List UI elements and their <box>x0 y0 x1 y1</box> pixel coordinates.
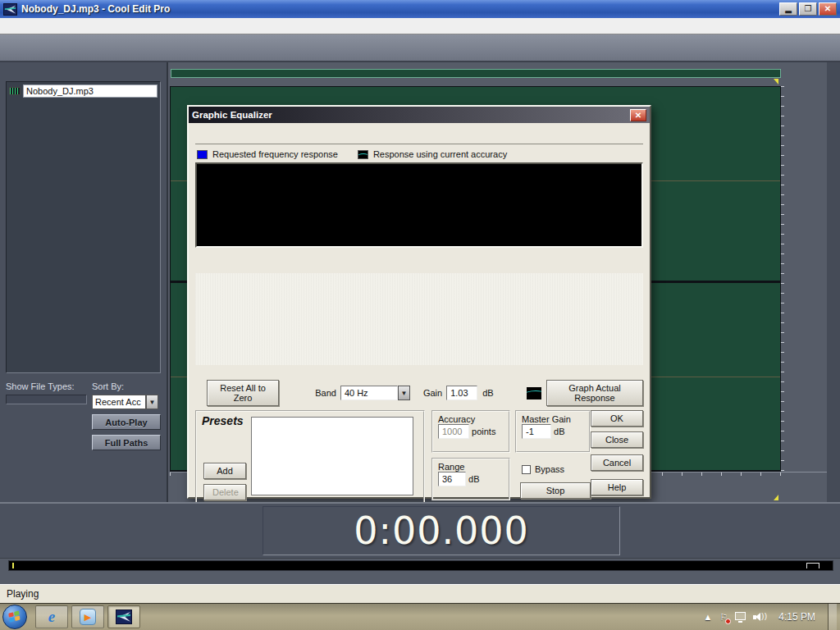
waveform-file-icon <box>9 87 21 95</box>
windows-flag-icon <box>8 610 21 623</box>
amplitude-ruler[interactable] <box>781 86 827 472</box>
status-bar: Playing <box>0 584 840 603</box>
presets-label: Presets <box>202 414 244 427</box>
action-center-icon[interactable]: ⚐ <box>719 612 728 623</box>
close-dialog-button[interactable]: Close <box>591 431 643 448</box>
requested-response-swatch <box>197 150 208 159</box>
taskbar-cool-edit-pro[interactable] <box>107 605 140 628</box>
help-button[interactable]: Help <box>591 479 643 495</box>
windows-taskbar: e ▶ ▲ ⚐ ) ) 4:15 PM <box>0 603 840 630</box>
eq-legend: Requested frequency response Response us… <box>197 148 643 161</box>
stop-button[interactable]: Stop <box>520 482 591 499</box>
requested-response-label: Requested frequency response <box>212 149 338 159</box>
window-title: Nobody_DJ.mp3 - Cool Edit Pro <box>21 3 170 15</box>
volume-icon[interactable]: ) ) <box>753 612 766 623</box>
eq-slider-zone <box>195 273 643 365</box>
boundary-marker-top[interactable] <box>774 79 778 84</box>
network-icon[interactable] <box>735 612 746 620</box>
range-input[interactable]: 36 <box>438 472 466 486</box>
meter-bar[interactable] <box>8 560 833 571</box>
gain-label: Gain <box>423 388 442 398</box>
master-gain-input[interactable]: -1 <box>522 424 551 439</box>
gain-unit: dB <box>482 388 493 398</box>
band-select[interactable]: 40 Hz ▼ <box>340 386 410 400</box>
show-hidden-icons[interactable]: ▲ <box>704 612 713 622</box>
dialog-buttons: OK Close Cancel Help <box>591 410 643 500</box>
playback-status: Playing <box>0 588 39 600</box>
dialog-title: Graphic Equalizer <box>192 110 272 120</box>
main-toolbar <box>0 34 840 62</box>
add-preset-button[interactable]: Add <box>203 463 246 479</box>
master-gain-unit: dB <box>554 427 564 436</box>
close-button[interactable]: ✕ <box>819 2 837 16</box>
actual-response-swatch <box>358 150 368 159</box>
taskbar-media-player[interactable]: ▶ <box>71 605 104 628</box>
response-curve-icon <box>527 387 541 399</box>
file-list[interactable]: Nobody_DJ.mp3 <box>6 81 161 373</box>
right-edge-panel <box>827 62 840 502</box>
full-paths-button[interactable]: Full Paths <box>92 435 161 450</box>
menu-bar <box>0 18 840 34</box>
show-desktop-button[interactable] <box>828 604 837 630</box>
accuracy-group: Accuracy 1000 points <box>431 410 510 453</box>
overview-bar[interactable] <box>171 69 781 78</box>
show-file-types-section: Show File Types: Sort By: Recent Acc ▼ A… <box>6 381 161 450</box>
reset-all-button[interactable]: Reset All to Zero <box>207 380 279 406</box>
current-time: 0:00.000 <box>354 509 529 553</box>
media-player-icon: ▶ <box>80 609 96 625</box>
ok-button[interactable]: OK <box>591 410 643 427</box>
bypass-checkbox[interactable]: Bypass <box>522 464 564 474</box>
restore-button[interactable]: ❐ <box>799 2 817 16</box>
dialog-titlebar[interactable]: Graphic Equalizer ✕ <box>189 107 650 123</box>
range-label: Range <box>438 462 504 472</box>
taskbar-clock[interactable]: 4:15 PM <box>774 611 820 623</box>
sort-by-value: Recent Acc <box>92 395 146 409</box>
eq-response-graph[interactable] <box>195 162 643 248</box>
time-display: 0:00.000 <box>262 506 620 555</box>
band-label: Band <box>315 388 336 398</box>
internet-explorer-icon: e <box>48 608 55 626</box>
graphic-equalizer-dialog: Graphic Equalizer ✕ Requested frequency … <box>187 105 651 499</box>
cancel-button[interactable]: Cancel <box>591 454 643 471</box>
accuracy-unit: points <box>472 427 495 436</box>
file-organizer-panel: Nobody_DJ.mp3 Show File Types: Sort By: … <box>0 62 168 502</box>
meter-scale <box>8 572 833 584</box>
level-meter[interactable] <box>0 558 840 584</box>
dialog-close-icon[interactable]: ✕ <box>630 109 646 121</box>
show-file-types-label: Show File Types: <box>6 381 87 391</box>
file-name: Nobody_DJ.mp3 <box>23 84 158 98</box>
master-gain-label: Master Gain <box>522 414 584 424</box>
master-gain-group: Master Gain -1 dB <box>515 410 591 453</box>
cool-edit-icon <box>116 609 132 624</box>
eq-frequency-labels <box>195 249 643 260</box>
delete-preset-button[interactable]: Delete <box>203 484 246 500</box>
taskbar-internet-explorer[interactable]: e <box>35 605 68 628</box>
range-group: Range 36 dB <box>431 458 510 500</box>
eq-up-arrows <box>195 260 643 272</box>
chevron-down-icon[interactable]: ▼ <box>398 386 410 400</box>
gain-input[interactable]: 1.03 <box>446 386 477 400</box>
actual-response-label: Response using current accuracy <box>373 149 507 159</box>
boundary-marker-bottom[interactable] <box>774 495 778 500</box>
transport-panel: 0:00.000 <box>0 502 840 558</box>
band-select-value: 40 Hz <box>340 386 398 400</box>
meter-peak-tick <box>12 563 14 568</box>
graph-actual-response-button[interactable]: Graph Actual Response <box>546 380 643 406</box>
start-button[interactable] <box>2 605 27 629</box>
accuracy-input[interactable]: 1000 <box>438 424 469 439</box>
file-list-item[interactable]: Nobody_DJ.mp3 <box>9 84 158 98</box>
eq-down-arrows <box>195 365 643 377</box>
cool-edit-pro-window: Nobody_DJ.mp3 - Cool Edit Pro ▂ ❐ ✕ Nobo… <box>0 0 840 630</box>
app-icon <box>3 3 17 16</box>
file-type-filters <box>6 395 87 404</box>
auto-play-button[interactable]: Auto-Play <box>92 414 161 430</box>
presets-group: Presets Add Delete <box>195 410 425 504</box>
chevron-down-icon[interactable]: ▼ <box>146 395 158 409</box>
eq-band-tabs <box>195 128 643 144</box>
minimize-button[interactable]: ▂ <box>779 2 797 16</box>
presets-list[interactable] <box>251 417 413 495</box>
sort-by-label: Sort By: <box>92 381 161 391</box>
accuracy-label: Accuracy <box>438 414 504 424</box>
sort-by-dropdown[interactable]: Recent Acc ▼ <box>92 395 161 409</box>
window-titlebar[interactable]: Nobody_DJ.mp3 - Cool Edit Pro ▂ ❐ ✕ <box>0 0 840 18</box>
